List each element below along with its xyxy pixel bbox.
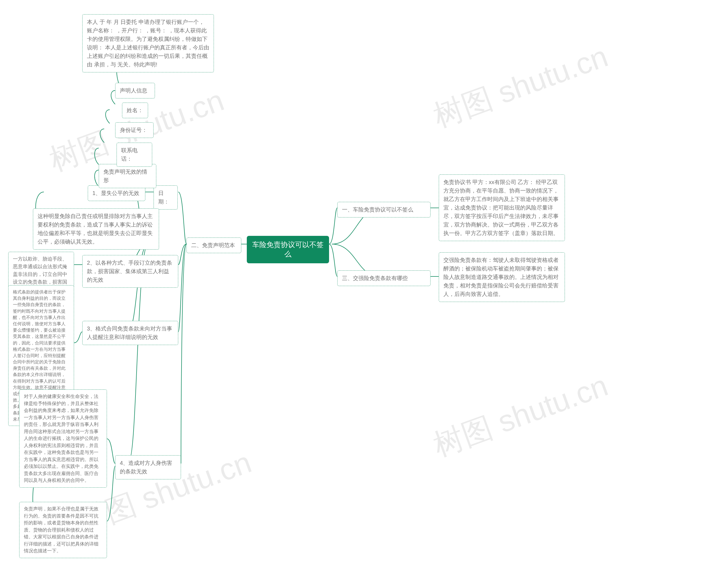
node-item2-label[interactable]: 2、以各种方式、手段订立的免责条款，损害国家、集体或第三人利益的无效	[82, 255, 178, 288]
watermark: 树图 shutu.cn	[428, 365, 613, 466]
connector-lines	[0, 0, 702, 588]
branch-r2[interactable]: 三、交强险免责条款有哪些	[337, 270, 431, 286]
node-item4-extra: 免责声明，如果不合理也是属于无效行为的。免责的首要条件是因不可抗拒的影响，或者是…	[19, 502, 107, 558]
detail-r2: 交强险免责条款有：驾驶人未取得驾驶资格或者醉酒的；被保险机动车被盗抢期间肇事的；…	[439, 252, 565, 302]
root-node[interactable]: 车险免责协议可以不签么	[247, 236, 329, 263]
node-person-note: 本人 于 年 月 日委托 申请办理了银行账户一个，账户名称： ，开户行： ，账号…	[82, 14, 214, 73]
node-item4-label[interactable]: 4、造成对方人身伤害的条款无效	[115, 455, 181, 479]
node-item4-detail: 对于人身的健康安全和生命安全，法律是给予特殊保护的，并且从整体社会利益的角度来考…	[19, 389, 107, 488]
node-date: 日期：	[153, 186, 178, 210]
node-idcard: 身份证号：	[115, 122, 153, 138]
node-person-header: 声明人信息	[115, 83, 155, 99]
node-phone: 联系电话：	[117, 143, 152, 167]
node-item3-label[interactable]: 3、格式合同免责条款未向对方当事人提醒注意和详细说明的无效	[82, 321, 178, 345]
connector-lines-2	[0, 0, 702, 588]
detail-r1: 免责协议书 甲方：xx有限公司 乙方： 经甲乙双方充分协商，在平等自愿、协商一致…	[439, 174, 565, 241]
node-item1-detail: 这种明显免除自己责任或明显排除对方当事人主要权利的免责条款，造成了当事人事实上的…	[33, 209, 159, 250]
node-item1-sublabel: 免责声明无效的情形	[99, 164, 156, 188]
node-name: 姓名：	[122, 103, 148, 118]
branch-left-main[interactable]: 二、免责声明范本	[187, 237, 241, 253]
branch-r1[interactable]: 一、车险免责协议可以不签么	[337, 202, 431, 218]
watermark: 树图 shutu.cn	[428, 36, 613, 137]
